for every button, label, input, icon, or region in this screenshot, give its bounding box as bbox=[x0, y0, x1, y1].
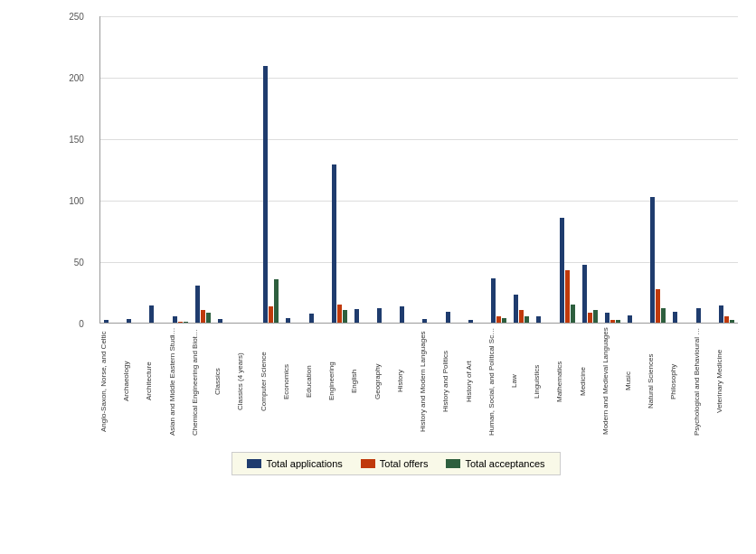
bar-group bbox=[692, 16, 714, 323]
bar-group bbox=[146, 16, 168, 323]
bar bbox=[593, 310, 598, 323]
bar bbox=[571, 305, 575, 323]
x-axis-label: Psychological and Behavioural Sciences bbox=[693, 327, 715, 436]
chart-area: 050100150200250 bbox=[99, 16, 738, 324]
bar bbox=[309, 314, 314, 323]
x-axis-label: Philosophy bbox=[669, 327, 692, 436]
bar bbox=[178, 322, 183, 323]
x-axis-label: History bbox=[396, 327, 419, 436]
x-axis-label: Mathematics bbox=[555, 327, 578, 436]
bar bbox=[496, 316, 501, 323]
bar bbox=[519, 310, 524, 323]
legend-color-box bbox=[247, 459, 261, 468]
x-axis-label: Asian and Middle Eastern Studies bbox=[168, 327, 191, 436]
bar bbox=[724, 316, 729, 323]
bar bbox=[269, 306, 273, 323]
x-axis-label: Classics bbox=[213, 327, 236, 436]
bar-group bbox=[169, 16, 192, 323]
y-tick-label: 200 bbox=[69, 73, 84, 83]
bar bbox=[127, 319, 131, 323]
x-axis-label: Anglo-Saxon, Norse, and Celtic bbox=[99, 327, 122, 436]
bar bbox=[354, 309, 359, 323]
x-axis-label: Chemical Engineering and Biotechnology bbox=[191, 327, 213, 436]
x-axis-label: English bbox=[350, 327, 373, 436]
y-tick-label: 250 bbox=[69, 12, 84, 22]
bar bbox=[491, 278, 496, 323]
x-axis-label: Archaeology bbox=[122, 327, 145, 436]
bar-group bbox=[442, 16, 465, 323]
chart-container: 050100150200250 Anglo-Saxon, Norse, and … bbox=[0, 0, 756, 554]
bar bbox=[377, 308, 382, 323]
bar-group bbox=[601, 16, 624, 323]
x-axis-label: History of Art bbox=[465, 327, 487, 436]
x-axis-label: Veterinary Medicine bbox=[715, 327, 738, 436]
bar-group bbox=[123, 16, 146, 323]
bar bbox=[184, 322, 188, 323]
bar bbox=[149, 305, 154, 323]
bar bbox=[656, 289, 660, 323]
bar bbox=[332, 164, 336, 323]
legend-label: Total applications bbox=[266, 458, 342, 469]
x-axis-label: History and Politics bbox=[441, 327, 464, 436]
x-axis-label: Medicine bbox=[579, 327, 601, 436]
y-tick-label: 150 bbox=[69, 135, 84, 145]
x-axis-label: Natural Sciences bbox=[647, 327, 669, 436]
bar-group bbox=[306, 16, 328, 323]
bar bbox=[536, 316, 541, 323]
legend: Total applicationsTotal offersTotal acce… bbox=[232, 452, 560, 475]
legend-label: Total offers bbox=[380, 458, 429, 469]
bar-group bbox=[669, 16, 692, 323]
legend-item: Total offers bbox=[361, 458, 429, 469]
bar-group bbox=[624, 16, 647, 323]
bar bbox=[628, 315, 632, 323]
bar bbox=[446, 312, 450, 323]
bar-group bbox=[214, 16, 237, 323]
bar bbox=[274, 279, 279, 323]
bar bbox=[514, 295, 518, 323]
bar bbox=[104, 320, 109, 323]
x-axis-label: Modern and Medieval Languages bbox=[601, 327, 624, 436]
bar bbox=[650, 197, 655, 323]
bar-group bbox=[237, 16, 260, 323]
bar-group bbox=[282, 16, 305, 323]
bar-group bbox=[533, 16, 555, 323]
bar-group bbox=[715, 16, 738, 323]
bar-group bbox=[396, 16, 419, 323]
bar-group bbox=[192, 16, 214, 323]
y-tick-label: 50 bbox=[74, 258, 84, 268]
bar bbox=[422, 319, 427, 323]
bar bbox=[173, 316, 177, 323]
bar-group bbox=[328, 16, 351, 323]
x-axis-label: Music bbox=[624, 327, 647, 436]
bar-group bbox=[260, 16, 282, 323]
legend-color-box bbox=[361, 459, 375, 468]
bar bbox=[565, 270, 570, 323]
x-axis-label: Geography bbox=[373, 327, 396, 436]
x-axis-label: Computer Science bbox=[260, 327, 282, 436]
bar bbox=[719, 305, 723, 323]
bar bbox=[218, 319, 222, 323]
bar-group bbox=[487, 16, 510, 323]
bar bbox=[337, 305, 342, 323]
x-axis-label: Education bbox=[305, 327, 327, 436]
legend-item: Total applications bbox=[247, 458, 342, 469]
bar-group bbox=[579, 16, 601, 323]
bar bbox=[195, 286, 200, 323]
bar bbox=[588, 313, 592, 323]
bar-group bbox=[555, 16, 578, 323]
bar bbox=[468, 320, 473, 323]
x-axis-label: Engineering bbox=[327, 327, 350, 436]
x-axis-label: Architecture bbox=[145, 327, 167, 436]
bar bbox=[560, 218, 564, 323]
bar bbox=[582, 265, 587, 323]
bar bbox=[206, 313, 211, 323]
bar bbox=[610, 320, 615, 323]
y-tick-label: 100 bbox=[69, 196, 84, 206]
bar bbox=[730, 320, 734, 323]
x-axis-label: Classics (4 years) bbox=[236, 327, 259, 436]
x-axis-label: Economics bbox=[282, 327, 305, 436]
legend-color-box bbox=[446, 459, 460, 468]
bar bbox=[661, 308, 666, 323]
bar bbox=[673, 312, 677, 323]
x-axis-label: Law bbox=[510, 327, 533, 436]
